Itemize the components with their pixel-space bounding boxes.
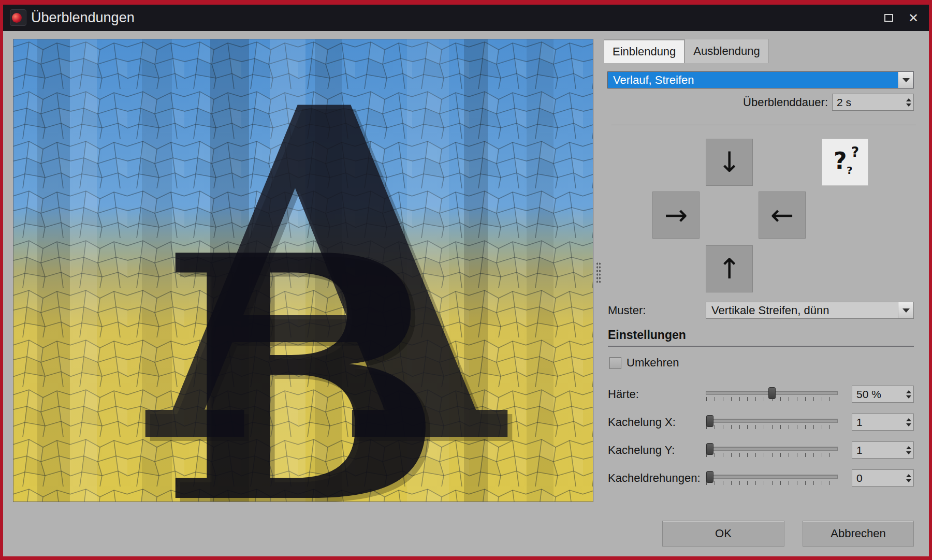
question-mark-icon: ? bbox=[851, 144, 859, 160]
transition-type-value: Verlauf, Streifen bbox=[608, 72, 898, 88]
value-spinner[interactable] bbox=[904, 442, 913, 458]
app-icon bbox=[10, 9, 26, 26]
slider-value: 1 bbox=[852, 414, 904, 430]
kachelung-y-row: Kachelung Y: 1 bbox=[3, 441, 929, 459]
slider-ticks bbox=[706, 453, 838, 457]
kachelung-x-row: Kachelung X: 1 bbox=[3, 414, 929, 431]
direction-up-button[interactable]: ↑ bbox=[706, 245, 753, 292]
duration-value: 2 s bbox=[833, 94, 904, 110]
random-direction-button[interactable]: ? ? ? bbox=[822, 139, 868, 186]
slider-handle[interactable] bbox=[706, 415, 713, 427]
panel-grip[interactable] bbox=[596, 262, 602, 283]
direction-down-button[interactable]: ↓ bbox=[706, 139, 753, 186]
window-title: Überblendungen bbox=[31, 5, 135, 31]
dialog-window: Überblendungen ✕ bbox=[3, 5, 929, 556]
spin-up-icon[interactable] bbox=[906, 390, 911, 393]
muster-value: Vertikale Streifen, dünn bbox=[706, 302, 898, 318]
spin-down-icon[interactable] bbox=[906, 451, 911, 454]
slider-ticks bbox=[706, 425, 838, 429]
tab-einblendung[interactable]: Einblendung bbox=[604, 39, 685, 63]
dialog-content: A A B B Einblendung Ausblendung Verlauf,… bbox=[3, 31, 929, 556]
settings-header: Einstellungen bbox=[608, 328, 686, 342]
transition-preview: A A B B bbox=[13, 39, 593, 502]
ok-button[interactable]: OK bbox=[662, 521, 784, 547]
spin-down-icon[interactable] bbox=[906, 423, 911, 426]
muster-label: Muster: bbox=[608, 302, 646, 319]
spin-down-icon[interactable] bbox=[906, 104, 911, 107]
duration-spinbox[interactable]: 2 s bbox=[832, 94, 914, 111]
question-mark-icon: ? bbox=[834, 148, 847, 174]
spin-up-icon[interactable] bbox=[906, 446, 911, 449]
slider-value: 50 % bbox=[852, 386, 904, 402]
kachelung-y-spinbox[interactable]: 1 bbox=[852, 441, 914, 459]
slider-value: 1 bbox=[852, 442, 904, 458]
tab-label: Einblendung bbox=[613, 45, 676, 58]
spin-up-icon[interactable] bbox=[906, 418, 911, 421]
arrow-left-icon: ← bbox=[770, 201, 794, 229]
muster-dropdown[interactable]: Vertikale Streifen, dünn bbox=[706, 302, 914, 319]
tab-ausblendung[interactable]: Ausblendung bbox=[685, 39, 768, 63]
chevron-down-icon bbox=[902, 78, 910, 82]
maximize-icon bbox=[884, 14, 893, 22]
spin-up-icon[interactable] bbox=[906, 474, 911, 477]
slider-label: Kachelung Y: bbox=[608, 441, 675, 459]
haerte-slider[interactable] bbox=[706, 386, 838, 403]
kachelung-y-slider[interactable] bbox=[706, 441, 838, 459]
direction-right-button[interactable]: → bbox=[652, 191, 700, 239]
window-frame: Überblendungen ✕ bbox=[0, 0, 932, 560]
titlebar: Überblendungen ✕ bbox=[3, 5, 929, 31]
close-button[interactable]: ✕ bbox=[902, 5, 925, 31]
kachelung-x-slider[interactable] bbox=[706, 414, 838, 431]
slider-label: Kacheldrehungen: bbox=[608, 469, 701, 487]
chevron-down-icon bbox=[902, 308, 910, 313]
slider-handle[interactable] bbox=[768, 387, 776, 399]
settings-rule bbox=[608, 346, 914, 347]
kacheldrehungen-spinbox[interactable]: 0 bbox=[852, 469, 914, 487]
arrow-up-icon: ↑ bbox=[718, 255, 741, 283]
kacheldrehungen-row: Kacheldrehungen: 0 bbox=[3, 469, 929, 487]
umkehren-label[interactable]: Umkehren bbox=[627, 356, 679, 370]
direction-left-button[interactable]: ← bbox=[759, 191, 806, 239]
spin-down-icon[interactable] bbox=[906, 479, 911, 482]
slider-handle[interactable] bbox=[706, 471, 713, 483]
duration-label: Überblenddauer: bbox=[607, 94, 828, 111]
spin-down-icon[interactable] bbox=[906, 395, 911, 399]
tab-label: Ausblendung bbox=[693, 45, 760, 58]
slider-label: Kachelung X: bbox=[608, 414, 676, 431]
umkehren-checkbox[interactable] bbox=[609, 357, 621, 369]
value-spinner[interactable] bbox=[904, 386, 913, 402]
arrow-right-icon: → bbox=[664, 201, 688, 229]
kachelung-x-spinbox[interactable]: 1 bbox=[852, 414, 914, 431]
muster-dropdown-button[interactable] bbox=[898, 302, 913, 318]
slider-handle[interactable] bbox=[706, 443, 713, 455]
slider-value: 0 bbox=[852, 470, 904, 486]
haerte-row: Härte: 50 % bbox=[3, 386, 929, 403]
slider-track[interactable] bbox=[706, 475, 838, 479]
slider-track[interactable] bbox=[706, 419, 838, 423]
maximize-button[interactable] bbox=[877, 5, 900, 31]
value-spinner[interactable] bbox=[904, 470, 913, 486]
spin-up-icon[interactable] bbox=[906, 98, 911, 101]
camera-lens-icon bbox=[12, 13, 22, 23]
close-icon: ✕ bbox=[908, 11, 919, 25]
question-mark-icon: ? bbox=[847, 164, 853, 176]
duration-spinner[interactable] bbox=[904, 94, 913, 110]
transition-type-dropdown-button[interactable] bbox=[898, 72, 913, 88]
arrow-down-icon: ↓ bbox=[718, 149, 741, 176]
cancel-button[interactable]: Abbrechen bbox=[803, 521, 914, 547]
slider-track[interactable] bbox=[706, 447, 838, 451]
transition-type-dropdown[interactable]: Verlauf, Streifen bbox=[607, 71, 914, 89]
separator bbox=[611, 125, 916, 125]
haerte-spinbox[interactable]: 50 % bbox=[852, 386, 914, 403]
kacheldrehungen-slider[interactable] bbox=[706, 469, 838, 487]
slider-ticks bbox=[706, 481, 838, 485]
value-spinner[interactable] bbox=[904, 414, 913, 430]
tab-bar: Einblendung Ausblendung bbox=[604, 39, 769, 63]
slider-label: Härte: bbox=[608, 386, 639, 403]
